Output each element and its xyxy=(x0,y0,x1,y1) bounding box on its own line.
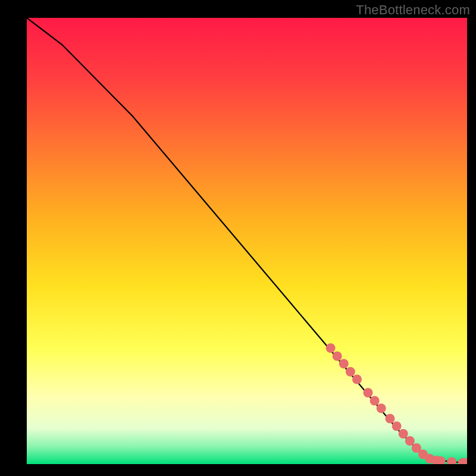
chart-marker xyxy=(399,429,408,439)
chart-markers xyxy=(326,343,467,464)
chart-marker xyxy=(333,352,342,361)
chart-marker xyxy=(370,396,380,406)
chart-marker xyxy=(405,436,415,446)
watermark-text: TheBottleneck.com xyxy=(356,2,470,18)
chart-marker xyxy=(377,403,386,413)
chart-marker xyxy=(447,457,456,464)
chart-marker xyxy=(339,359,349,368)
chart-marker xyxy=(352,375,362,384)
chart-overlay xyxy=(27,18,467,464)
chart-marker xyxy=(346,367,355,377)
chart-marker xyxy=(392,421,402,431)
chart-marker xyxy=(364,388,373,397)
chart-curve xyxy=(27,18,467,463)
chart-plot-area xyxy=(27,18,467,464)
chart-marker xyxy=(326,343,336,353)
chart-marker xyxy=(386,414,395,424)
